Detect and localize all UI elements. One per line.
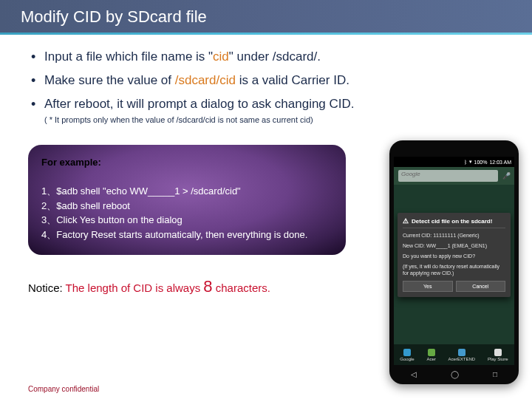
- cid-dialog: Detect cid file on the sdcard! Current C…: [398, 213, 511, 297]
- bluetooth-icon: ᛒ: [464, 160, 467, 165]
- phone-mockup: ᛒ ▾ 100% 12:03 AM Google 🎤 Detect cid fi…: [389, 140, 519, 384]
- dock-label: Acer: [426, 357, 435, 361]
- dialog-question: Do you want to apply new CID?: [403, 253, 505, 259]
- back-icon[interactable]: ◁: [411, 370, 417, 378]
- text: Input a file which file name is ": [44, 50, 213, 64]
- google-icon: [403, 349, 411, 356]
- acer-icon: [428, 349, 435, 356]
- dock: Google Acer AcerEXTEND Play Store: [394, 344, 514, 365]
- dock-item-google[interactable]: Google: [400, 349, 414, 361]
- status-bar: ᛒ ▾ 100% 12:03 AM: [394, 157, 514, 167]
- playstore-icon: [494, 349, 502, 356]
- search-row: Google 🎤: [394, 167, 514, 185]
- bullet-2: Make sure the value of /sdcard/cid is a …: [28, 72, 504, 89]
- nav-bar: ◁ ◯ □: [394, 368, 514, 380]
- footer-confidential: Company confidential: [28, 385, 99, 393]
- text: " under /sdcard/.: [229, 50, 321, 64]
- dock-label: Play Store: [488, 357, 508, 361]
- bullet-list: Input a file which file name is "cid" un…: [28, 48, 504, 112]
- dock-label: Google: [400, 357, 414, 361]
- dialog-title: Detect cid file on the sdcard!: [403, 217, 505, 228]
- dock-item-acerextend[interactable]: AcerEXTEND: [449, 349, 476, 361]
- path-highlight: /sdcard/cid: [175, 73, 236, 87]
- example-heading: For example:: [41, 157, 101, 168]
- notice-text-pre: The length of CID is always: [63, 282, 204, 294]
- notice-text-post: characters.: [213, 282, 270, 294]
- clock-text: 12:03 AM: [489, 160, 511, 165]
- acerextend-icon: [458, 349, 466, 356]
- dock-item-acer[interactable]: Acer: [426, 349, 435, 361]
- phone-screen: ᛒ ▾ 100% 12:03 AM Google 🎤 Detect cid fi…: [394, 157, 514, 365]
- example-box: For example: 1、$adb shell "echo WW_____1…: [28, 145, 346, 255]
- dialog-hint: (If yes, it will do factory reset automa…: [403, 263, 505, 276]
- recent-icon[interactable]: □: [493, 370, 497, 378]
- slide-title: Modify CID by SDcard file: [0, 0, 532, 33]
- dialog-title-text: Detect cid file on the sdcard!: [412, 218, 492, 225]
- cancel-button[interactable]: Cancel: [456, 281, 506, 292]
- example-line-3: 3、Click Yes button on the dialog: [41, 214, 183, 225]
- wifi-icon: ▾: [469, 159, 472, 165]
- example-line-4: 4、Factory Reset starts automatically, th…: [41, 229, 307, 240]
- example-line-2: 2、$adb shell reboot: [41, 200, 130, 211]
- example-line-1: 1、$adb shell "echo WW_____1 > /sdcard/ci…: [41, 185, 241, 197]
- bullet-1: Input a file which file name is "cid" un…: [28, 48, 504, 66]
- bullet-3: After reboot, it will prompt a dialog to…: [28, 95, 504, 113]
- dock-label: AcerEXTEND: [449, 357, 476, 361]
- notice-label: Notice:: [28, 282, 63, 294]
- dialog-current-cid: Current CID: 11111111 (Generic): [403, 232, 505, 239]
- search-input[interactable]: Google: [398, 170, 498, 182]
- cid-highlight: cid: [213, 50, 229, 64]
- text: is a valid Carrier ID.: [236, 73, 349, 87]
- footnote: ( * It prompts only when the value of /s…: [28, 115, 504, 124]
- dialog-new-cid: New CID: WW____1 (EMEA_GEN1): [403, 242, 505, 249]
- yes-button[interactable]: Yes: [403, 281, 453, 292]
- mic-icon[interactable]: 🎤: [502, 172, 510, 180]
- home-icon[interactable]: ◯: [451, 370, 459, 378]
- text: Make sure the value of: [44, 73, 175, 87]
- notice-eight: 8: [203, 277, 212, 296]
- wallpaper-area: [394, 185, 514, 210]
- battery-text: 100%: [474, 160, 488, 165]
- dock-item-playstore[interactable]: Play Store: [488, 349, 508, 361]
